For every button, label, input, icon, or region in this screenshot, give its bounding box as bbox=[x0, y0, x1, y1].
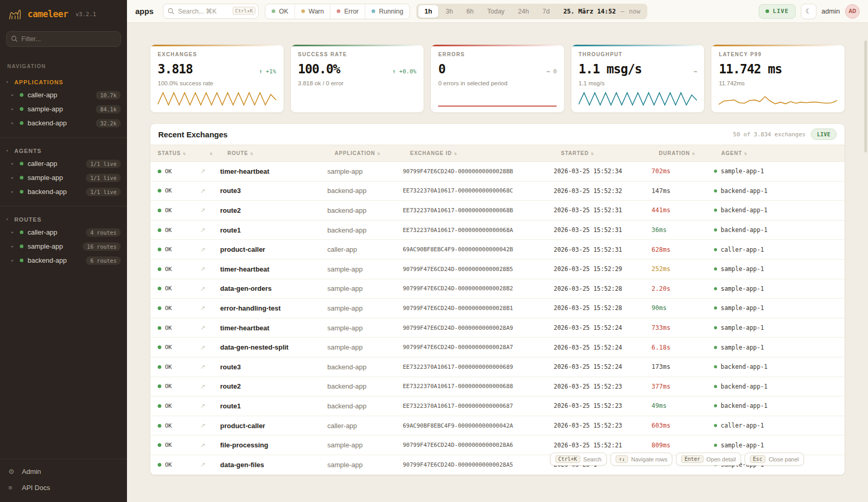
agent-status-dot bbox=[714, 326, 717, 329]
duration-cell: 628ms bbox=[652, 246, 714, 253]
table-row[interactable]: OK ↗ timer-heartbeat sample-app 90799F47… bbox=[150, 260, 845, 279]
section-header-agents[interactable]: ▾ AGENTS bbox=[0, 146, 127, 157]
duration-cell: 441ms bbox=[652, 207, 714, 214]
trend-link-icon[interactable]: ↗ bbox=[200, 402, 220, 409]
agent-label: sample-app-1 bbox=[721, 442, 764, 449]
column-header[interactable]: ROUTE ⇅ bbox=[220, 150, 327, 156]
table-row[interactable]: OK ↗ timer-heartbeat sample-app 90799F47… bbox=[150, 162, 845, 182]
section-header-applications[interactable]: ▾ APPLICATIONS bbox=[0, 78, 127, 88]
time-range-button[interactable]: 3h bbox=[439, 5, 459, 18]
sidebar-item-agent[interactable]: ▸ sample-app 1/1 live bbox=[0, 171, 127, 185]
status-filter-chip[interactable]: Warn bbox=[295, 4, 330, 19]
column-header[interactable]: STARTED ⇅ bbox=[554, 150, 652, 156]
agent-status-dot bbox=[714, 267, 717, 271]
user-name[interactable]: admin bbox=[822, 7, 840, 15]
live-count-badge: 1/1 live bbox=[86, 188, 121, 196]
trend-link-icon[interactable]: ↗ bbox=[200, 187, 220, 195]
trend-link-icon[interactable]: ↗ bbox=[200, 265, 220, 273]
sidebar-item-application[interactable]: ▸ caller-app 10.7k bbox=[0, 88, 127, 102]
ok-status-dot bbox=[158, 345, 161, 349]
table-row[interactable]: OK ↗ timer-heartbeat sample-app 90799F47… bbox=[150, 318, 845, 338]
sidebar-filter-input[interactable] bbox=[6, 31, 121, 47]
trend-link-icon[interactable]: ↗ bbox=[200, 344, 220, 351]
sidebar-item-agent[interactable]: ▸ backend-app 1/1 live bbox=[0, 185, 127, 199]
sidebar-section-agents: ▾ AGENTS ▸ caller-app 1/1 live ▸ sample-… bbox=[0, 146, 127, 199]
trend-link-icon[interactable]: ↗ bbox=[200, 207, 220, 214]
kpi-subtitle: 11.742ms bbox=[719, 80, 837, 86]
table-row[interactable]: OK ↗ route3 backend-app EE7322370A10617-… bbox=[150, 182, 845, 201]
shortcut-hint: Esc Close panel bbox=[745, 453, 804, 466]
trend-link-icon[interactable]: ↗ bbox=[200, 168, 220, 175]
exchange-id-cell: 69AC90BF8EBC4F9-000000000000042B bbox=[403, 246, 554, 253]
search-kbd-hint: Ctrl+K bbox=[233, 7, 256, 15]
trend-link-icon[interactable]: ↗ bbox=[200, 461, 220, 468]
status-filter-chip[interactable]: Running bbox=[365, 4, 410, 19]
status-dot bbox=[20, 176, 23, 179]
column-header[interactable]: EXCHANGE ID ⇅ bbox=[403, 150, 554, 156]
section-header-routes[interactable]: ▾ ROUTES bbox=[0, 215, 127, 225]
status-label: OK bbox=[165, 187, 172, 194]
trend-link-icon[interactable]: ↗ bbox=[200, 383, 220, 390]
column-header[interactable]: APPLICATION ⇅ bbox=[327, 150, 403, 156]
table-row[interactable]: OK ↗ error-handling-test sample-app 9079… bbox=[150, 299, 845, 318]
status-cell: OK bbox=[150, 187, 200, 194]
exchange-id-cell: 90799F47E6CD24D-00000000000028BB bbox=[403, 168, 554, 175]
table-row[interactable]: OK ↗ route1 backend-app EE7322370A10617-… bbox=[150, 221, 845, 240]
agent-label: sample-app-1 bbox=[721, 324, 764, 331]
trend-link-icon[interactable]: ↗ bbox=[200, 363, 220, 370]
trend-link-icon[interactable]: ↗ bbox=[200, 324, 220, 331]
sidebar-item-route[interactable]: ▸ backend-app 6 routes bbox=[0, 253, 127, 267]
sidebar-footer-item[interactable]: ⚙ Admin bbox=[0, 464, 127, 480]
sidebar-item-agent[interactable]: ▸ caller-app 1/1 live bbox=[0, 157, 127, 171]
table-row[interactable]: OK ↗ route2 backend-app EE7322370A10617-… bbox=[150, 377, 845, 397]
column-header[interactable]: DURATION ⇅ bbox=[652, 150, 714, 156]
route-cell: data-gen-files bbox=[220, 461, 327, 469]
table-row[interactable]: OK ↗ data-gen-orders sample-app 90799F47… bbox=[150, 279, 845, 299]
time-range-button[interactable]: 1h bbox=[418, 5, 439, 18]
status-filter-chip[interactable]: OK bbox=[265, 4, 295, 19]
sidebar-item-application[interactable]: ▸ sample-app 84.1k bbox=[0, 102, 127, 116]
table-row[interactable]: OK ↗ data-gen-nested-split sample-app 90… bbox=[150, 338, 845, 357]
duration-cell: 90ms bbox=[652, 304, 714, 312]
table-row[interactable]: OK ↗ route2 backend-app EE7322370A10617-… bbox=[150, 201, 845, 221]
trend-link-icon[interactable]: ↗ bbox=[200, 422, 220, 429]
dark-mode-toggle[interactable]: ☾ bbox=[801, 4, 816, 19]
table-row[interactable]: OK ↗ product-caller caller-app 69AC90BF8… bbox=[150, 240, 845, 260]
sidebar-item-route[interactable]: ▸ caller-app 4 routes bbox=[0, 225, 127, 239]
app-logo[interactable]: cameleer v3.2.1 bbox=[0, 0, 127, 26]
date-range-display[interactable]: 25. März 14:52 — now bbox=[563, 8, 640, 15]
footer-item-icon: ⚙ bbox=[8, 468, 16, 475]
status-filter-chip[interactable]: Error bbox=[330, 4, 365, 19]
trend-link-icon[interactable]: ↗ bbox=[200, 226, 220, 234]
column-header[interactable]: AGENT ⇅ bbox=[714, 150, 845, 156]
status-filter-label: OK bbox=[279, 8, 288, 15]
trend-link-icon[interactable]: ↗ bbox=[200, 442, 220, 449]
column-header[interactable]: STATUS ⇅ bbox=[150, 150, 200, 156]
sort-icon: ⇅ bbox=[591, 151, 594, 156]
table-row[interactable]: OK ↗ route1 backend-app EE7322370A10617-… bbox=[150, 396, 845, 416]
table-row[interactable]: OK ↗ product-caller caller-app 69AC90BF8… bbox=[150, 416, 845, 436]
sidebar-item-application[interactable]: ▸ backend-app 32.2k bbox=[0, 116, 127, 130]
sidebar-footer-item[interactable]: ≡ API Docs bbox=[0, 480, 127, 496]
status-cell: OK bbox=[150, 364, 200, 370]
time-range-button[interactable]: 24h bbox=[512, 5, 535, 18]
column-header[interactable]: ⇅ bbox=[200, 151, 220, 156]
table-row[interactable]: OK ↗ route3 backend-app EE7322370A10617-… bbox=[150, 357, 845, 377]
scrollbar-thumb[interactable] bbox=[864, 41, 867, 152]
live-badge[interactable]: LIVE bbox=[759, 4, 796, 19]
sidebar-item-route[interactable]: ▸ sample-app 16 routes bbox=[0, 239, 127, 253]
time-range-button[interactable]: 6h bbox=[460, 5, 480, 18]
avatar[interactable]: AD bbox=[845, 4, 860, 19]
time-range-button[interactable]: Today bbox=[481, 5, 510, 18]
exchange-id-cell: EE7322370A10617-0000000000000687 bbox=[403, 403, 554, 409]
kpi-sparkline bbox=[298, 91, 417, 107]
time-range-button[interactable]: 7d bbox=[536, 5, 556, 18]
duration-cell: 2.20s bbox=[652, 285, 714, 292]
trend-link-icon[interactable]: ↗ bbox=[200, 304, 220, 312]
agent-cell: backend-app-1 bbox=[714, 187, 845, 195]
trend-link-icon[interactable]: ↗ bbox=[200, 246, 220, 253]
status-label: OK bbox=[165, 207, 172, 214]
route-cell: timer-heartbeat bbox=[220, 168, 327, 175]
trend-link-icon[interactable]: ↗ bbox=[200, 285, 220, 292]
route-cell: data-gen-orders bbox=[220, 285, 327, 292]
